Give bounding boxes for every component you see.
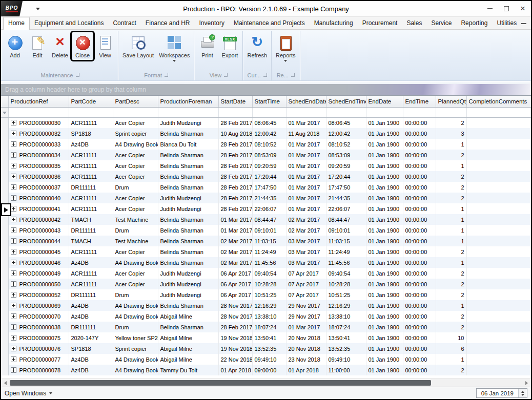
column-header-plannedqty[interactable]: PlannedQty [436, 96, 466, 107]
expand-row-icon[interactable] [11, 270, 16, 276]
tab-maintenance-and-projects[interactable]: Maintenance and Projects [229, 17, 310, 29]
expand-row-icon[interactable] [11, 249, 16, 255]
column-header-starttime[interactable]: StartTime [252, 96, 286, 107]
column-header-startdate[interactable]: StartDate [218, 96, 252, 107]
save-layout-button[interactable]: Save Layout [120, 32, 156, 60]
filter-cell-partcode[interactable] [69, 107, 113, 117]
tab-home[interactable]: Home [3, 17, 30, 30]
column-header-partdesc[interactable]: PartDesc [113, 96, 158, 107]
date-picker[interactable]: 06 Jan 2019 [476, 388, 527, 398]
column-header-productionref[interactable]: ProductionRef [8, 96, 69, 107]
tab-inventory[interactable]: Inventory [195, 17, 229, 29]
dialog-launcher-icon[interactable] [291, 73, 295, 77]
tab-reporting[interactable]: Reporting [456, 17, 492, 29]
table-row[interactable]: PROD00000030ACR11111Acer CopierJudith Mu… [1, 117, 531, 128]
expand-row-icon[interactable] [11, 227, 16, 233]
add-button[interactable]: Add [4, 32, 26, 60]
table-row[interactable]: PROD00000052DR111111DrumJudith Mudzengi0… [1, 289, 531, 300]
column-header-enddate[interactable]: EndDate [366, 96, 403, 107]
column-header-schedenddate[interactable]: SchedEndDate [286, 96, 326, 107]
filter-cell-plannedqty[interactable] [436, 107, 466, 117]
dialog-launcher-icon[interactable] [263, 73, 267, 77]
expand-row-icon[interactable] [11, 313, 16, 319]
minimize-button[interactable] [482, 2, 498, 16]
tab-utilities[interactable]: Utilities [492, 17, 521, 29]
table-row[interactable]: PROD00000035ACR11111Acer CopierBelinda S… [1, 160, 531, 171]
maximize-button[interactable] [498, 2, 515, 16]
close-button[interactable]: Close [72, 32, 93, 60]
quick-access-dropdown-icon[interactable] [36, 8, 40, 10]
filter-cell-schedendtime[interactable] [326, 107, 366, 117]
column-header-partcode[interactable]: PartCode [69, 96, 113, 107]
expand-row-icon[interactable] [11, 346, 16, 351]
filter-cell-startdate[interactable] [218, 107, 252, 117]
table-row[interactable]: PROD00000034ACR11111Acer CopierBelinda S… [1, 150, 531, 160]
tab-procurement[interactable]: Procurement [358, 17, 402, 29]
refresh-button[interactable]: Refresh [245, 32, 269, 60]
table-row[interactable]: PROD00000050ACR11111Acer CopierJudith Mu… [1, 279, 531, 289]
dialog-launcher-icon[interactable] [165, 73, 168, 77]
expand-row-icon[interactable] [11, 356, 16, 362]
expand-row-icon[interactable] [11, 303, 16, 308]
expand-row-icon[interactable] [11, 184, 16, 190]
table-row[interactable]: PROD00000037DR111111DrumBelinda Sharman2… [1, 182, 531, 193]
column-header-schedendtime[interactable]: SchedEndTime [326, 96, 366, 107]
table-row[interactable]: PROD00000036ACR11111Acer CopierBelinda S… [1, 171, 531, 182]
table-row[interactable]: PROD00000043DR111111DrumBelinda Sharman0… [1, 225, 531, 236]
tab-contract[interactable]: Contract [108, 17, 140, 29]
tab-finance-and-hr[interactable]: Finance and HR [141, 17, 195, 29]
edit-button[interactable]: Edit [27, 32, 48, 60]
table-row[interactable]: PROD00000033Az4DBA4 Drawing BookBianca D… [1, 139, 531, 150]
filter-cell-starttime[interactable] [252, 107, 286, 117]
table-row[interactable]: PROD00000069Az4DBA4 Drawing BookBelinda … [1, 300, 531, 311]
expand-row-icon[interactable] [11, 206, 16, 212]
expand-row-icon[interactable] [11, 335, 16, 341]
reports-button[interactable]: Reports [274, 32, 298, 64]
print-button[interactable]: Print [196, 32, 218, 60]
expand-row-icon[interactable] [11, 281, 16, 287]
tab-service[interactable]: Service [426, 17, 456, 29]
table-row[interactable]: PROD00000078Az4DBA4 Drawing BookTammy Du… [1, 365, 531, 375]
filter-cell-completioncomments[interactable] [466, 107, 531, 117]
dialog-launcher-icon[interactable] [224, 73, 228, 77]
open-windows-button[interactable]: Open Windows [5, 390, 52, 397]
column-header-endtime[interactable]: EndTime [403, 96, 436, 107]
expand-row-icon[interactable] [11, 141, 16, 147]
expand-row-icon[interactable] [11, 238, 16, 244]
workspaces-button[interactable]: Workspaces [157, 32, 192, 64]
table-row[interactable]: PROD00000044TMACHTest MachineBelinda Sha… [1, 236, 531, 246]
expand-row-icon[interactable] [11, 120, 16, 125]
tab-sales[interactable]: Sales [402, 17, 426, 29]
expand-row-icon[interactable] [11, 131, 16, 136]
table-row[interactable]: PROD00000049ACR11111Acer CopierJudith Mu… [1, 268, 531, 279]
mdi-minimize-button[interactable] [521, 17, 526, 26]
horizontal-scrollbar[interactable] [1, 378, 531, 387]
group-by-bar[interactable]: Drag a column header here to group by th… [1, 84, 531, 95]
filter-cell-productionref[interactable] [8, 107, 69, 117]
delete-button[interactable]: Delete [49, 32, 71, 60]
expand-row-icon[interactable] [11, 163, 16, 169]
tab-equipment-and-locations[interactable]: Equipment and Locations [30, 17, 108, 29]
view-button[interactable]: View [94, 32, 116, 60]
table-row[interactable]: PROD000000752020-147YYellow toner SP2020… [1, 332, 531, 343]
filter-cell-schedenddate[interactable] [286, 107, 326, 117]
expand-row-icon[interactable] [11, 174, 16, 179]
date-spinner[interactable] [518, 389, 527, 397]
tab-manufacturing[interactable]: Manufacturing [310, 17, 358, 29]
table-row[interactable]: PROD00000038DR111111DrumBelinda Sharman2… [1, 322, 531, 332]
column-header-completioncomments[interactable]: CompletionComments [466, 96, 531, 107]
filter-cell-endtime[interactable] [403, 107, 436, 117]
scrollbar-thumb[interactable] [10, 380, 431, 386]
table-row[interactable]: PROD00000070Az4DBA4 Drawing BookAbigail … [1, 311, 531, 322]
filter-cell-partdesc[interactable] [113, 107, 158, 117]
scroll-right-button[interactable] [522, 379, 531, 387]
expand-row-icon[interactable] [11, 152, 16, 158]
filter-cell-productionforeman[interactable] [158, 107, 218, 117]
table-row[interactable]: PROD00000076SP1818Sprint copierAbigail M… [1, 343, 531, 354]
table-row[interactable]: PROD00000042TMACHTest MachineBelinda Sha… [1, 214, 531, 225]
close-window-button[interactable]: × [515, 2, 531, 16]
filter-cell-enddate[interactable] [366, 107, 403, 117]
table-row[interactable]: PROD00000041ACR11111Acer CopierJudith Mu… [1, 203, 531, 214]
expand-row-icon[interactable] [11, 292, 16, 298]
expand-row-icon[interactable] [11, 195, 16, 201]
